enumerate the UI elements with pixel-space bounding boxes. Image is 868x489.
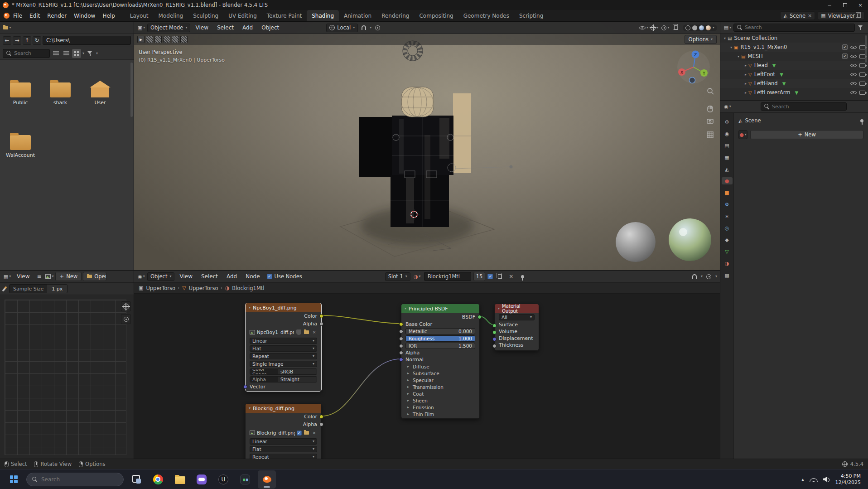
node-header[interactable]: ▾ Principled BSDF (401, 304, 479, 313)
disable-render-camera-icon[interactable] (859, 82, 865, 86)
viewport-menu-object[interactable]: Object (258, 24, 283, 31)
editor-type-button[interactable]: ▣ ▾ (137, 23, 146, 32)
link-color-to-basecolor[interactable] (322, 315, 401, 324)
forward-button[interactable]: → (13, 36, 21, 45)
transform-orientation-select[interactable]: Local ▾ (326, 24, 358, 32)
snap-node-button[interactable] (690, 272, 699, 281)
section-diffuse[interactable]: ▸Diffuse (401, 363, 479, 370)
section-emission[interactable]: ▸Emission (401, 404, 479, 411)
properties-tab-constraints-icon[interactable]: ◆ (722, 236, 733, 243)
mode-select[interactable]: Object Mode ▾ (147, 24, 190, 32)
projection-select[interactable]: Flat▾ (250, 446, 317, 452)
shader-menu-select[interactable]: Select (198, 273, 222, 280)
start-button[interactable] (5, 470, 23, 489)
image-browse-button[interactable]: ▾ (45, 272, 54, 281)
extension-select[interactable]: Repeat▾ (250, 454, 317, 459)
overlay-options-chevron-icon[interactable]: ▾ (715, 275, 717, 278)
navigation-gizmo[interactable]: Z X Y (677, 51, 710, 84)
unlink-scene-icon[interactable]: × (808, 13, 812, 18)
fake-user-shield-icon[interactable] (296, 329, 302, 335)
principled-bsdf-node[interactable]: ▾ Principled BSDF BSDF Base Color Metall… (401, 304, 480, 419)
shading-rendered-icon[interactable] (706, 25, 711, 30)
properties-search-box[interactable] (761, 102, 847, 111)
gizmo-negative-z-axis[interactable] (690, 77, 695, 83)
shader-menu-view[interactable]: View (176, 273, 196, 280)
collection-checkbox[interactable]: ✓ (842, 53, 848, 59)
unlink-image-icon[interactable]: × (311, 430, 317, 436)
paint-brush-icon[interactable] (2, 286, 7, 292)
use-nodes-toggle[interactable]: ✓ Use Nodes (267, 273, 302, 280)
zoom-icon[interactable] (708, 88, 714, 94)
overlays-node-button[interactable] (704, 272, 714, 281)
collapse-node-icon[interactable]: ▾ (249, 306, 251, 310)
breadcrumb-material[interactable]: Blockrig1Mtl (232, 285, 264, 291)
hide-viewport-eye-icon[interactable] (850, 53, 857, 59)
editor-type-button[interactable]: ◉ ▾ (137, 272, 146, 281)
unlink-image-icon[interactable]: × (311, 329, 317, 335)
blender-menu-icon[interactable] (4, 13, 10, 19)
outliner-row-lefthand[interactable]: ▸ ▽ LeftHand ▼ (720, 79, 868, 88)
roughness-slider[interactable]: Roughness 1.000 (405, 335, 475, 342)
camera-view-icon[interactable] (707, 119, 713, 123)
workspace-tab-shading[interactable]: Shading (307, 10, 339, 21)
breadcrumb-mesh[interactable]: UpperTorso (189, 285, 218, 291)
snap-options-chevron-icon[interactable]: ▾ (701, 275, 703, 278)
breadcrumb-object[interactable]: UpperTorso (146, 285, 175, 291)
taskbar-search-input[interactable] (41, 476, 109, 483)
object-visibility-button[interactable]: ▾ (639, 23, 648, 32)
extension-select[interactable]: Repeat▾ (250, 353, 317, 359)
outliner-row-scene-collection[interactable]: ▾ ▤ Scene Collection (720, 34, 868, 43)
properties-tab-output-icon[interactable]: ▤ (722, 142, 733, 149)
image-texture-node-blockrig[interactable]: ▾ Blockrig_diff.png Color Alpha Blockrig… (245, 403, 322, 459)
roughness-input-socket[interactable] (399, 337, 403, 341)
section-coat[interactable]: ▸Coat (401, 390, 479, 397)
viewport-3d-editor[interactable]: Z X Y ▣ ▾ Objec (134, 22, 720, 270)
metallic-input-socket[interactable] (399, 329, 403, 334)
hide-viewport-eye-icon[interactable] (850, 90, 857, 96)
filter-options-chevron-icon[interactable]: ▾ (96, 52, 98, 55)
properties-tab-render-icon[interactable]: ◉ (722, 130, 733, 137)
xray-toggle-button[interactable] (672, 23, 681, 32)
metallic-slider[interactable]: Metallic 0.000 (405, 328, 475, 334)
thumbnail-display-button[interactable] (72, 49, 81, 58)
properties-tab-material-icon[interactable]: ◑ (722, 260, 733, 267)
outliner-search-box[interactable] (733, 24, 855, 32)
folder-item-public[interactable]: Public (1, 79, 39, 106)
wifi-icon[interactable] (810, 476, 818, 482)
image-name[interactable]: Blockrig_diff.png (257, 430, 295, 436)
image-editor-menu-button[interactable]: ≡ (34, 272, 43, 281)
folder-item-shark[interactable]: shark (41, 79, 79, 106)
hide-viewport-eye-icon[interactable] (850, 81, 857, 87)
properties-tab-scene-icon[interactable]: ◭ (722, 165, 733, 173)
thickness-input-socket[interactable] (492, 344, 497, 348)
use-nodes-checkbox[interactable]: ✓ (267, 274, 272, 279)
world-browse-button[interactable]: ● ▾ (738, 130, 747, 139)
disclosure-triangle-icon[interactable]: ▸ (743, 91, 748, 95)
image-texture-node-npcboy[interactable]: ▾ NpcBoy1_diff.png Color Alpha NpcBoy1_d… (245, 303, 322, 392)
alpha-output-socket[interactable] (319, 322, 323, 326)
projection-select[interactable]: Flat▾ (250, 345, 317, 352)
outliner-row-leftfoot[interactable]: ▸ ▽ LeftFoot ▼ (720, 70, 868, 79)
section-sheen[interactable]: ▸Sheen (401, 397, 479, 404)
workspace-tab-modeling[interactable]: Modeling (154, 10, 188, 21)
filter-button[interactable] (86, 49, 95, 58)
collapse-node-icon[interactable]: ▾ (405, 307, 406, 310)
task-view-button[interactable] (127, 470, 145, 489)
node-header[interactable]: ▾ NpcBoy1_diff.png (246, 303, 321, 312)
bsdf-output-socket[interactable] (477, 315, 482, 319)
menu-render[interactable]: Render (43, 10, 70, 21)
overlays-toggle-button[interactable]: ▾ (661, 23, 670, 32)
scene-selector[interactable]: ◭ Scene × (780, 11, 815, 20)
outliner-row-head[interactable]: ▸ ▽ Head ▼ (720, 61, 868, 70)
outliner-row-leftlowerarm[interactable]: ▸ ▽ LeftLowerArm ▼ (720, 88, 868, 97)
viewlayer-selector[interactable]: ▦ ViewLayer (818, 11, 864, 20)
alpha-mode-select[interactable]: Alpha Straight (250, 376, 317, 382)
fake-user-shield-toggle[interactable]: ✓ (487, 274, 493, 279)
outliner-row-rig-collection[interactable]: ▾ ▣ R15_v1.1_MrXen0 ✓ (720, 43, 868, 52)
displacement-input-socket[interactable] (492, 337, 497, 341)
pan-button[interactable] (121, 314, 131, 324)
section-thin-film[interactable]: ▸Thin Film (401, 411, 479, 417)
editor-type-button[interactable]: ▾ (3, 23, 12, 32)
editor-type-button[interactable]: ◉ ▾ (723, 102, 732, 111)
hide-viewport-eye-icon[interactable] (850, 44, 857, 50)
